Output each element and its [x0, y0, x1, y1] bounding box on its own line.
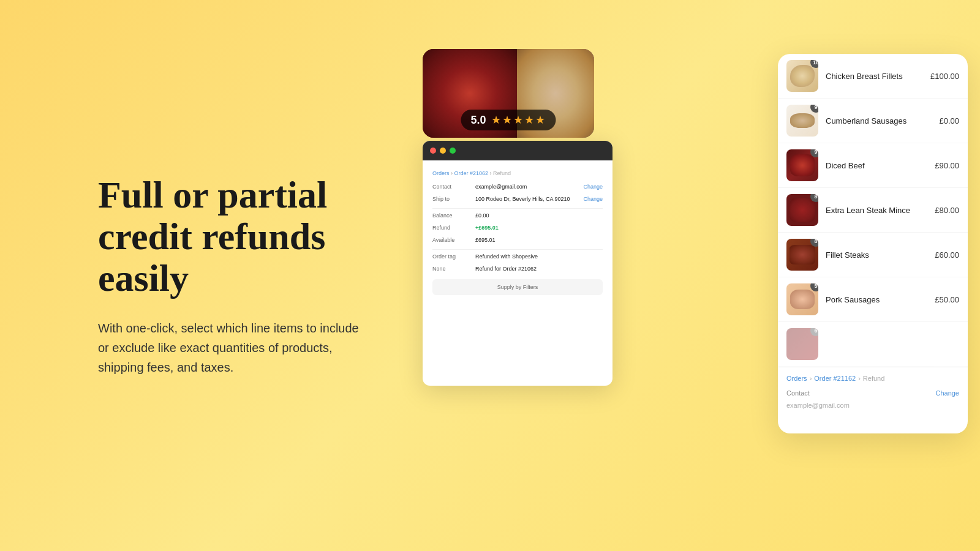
product-item-cumberland: 9 Cumberland Sausages £0.00 — [778, 99, 968, 143]
ordertag-label: Order tag — [432, 253, 475, 260]
right-section: 5.0 ★★★★★ Orders › Order #21062 › Refund… — [417, 0, 980, 551]
product-item-chicken: 10 Chicken Breast Fillets £100.00 — [778, 54, 968, 99]
ordertag-value: Refunded with Shopesive — [475, 253, 603, 260]
product-thumb-steak-mince: 8 — [786, 194, 818, 226]
browser-close-dot[interactable] — [430, 148, 436, 154]
product-thumb-extra: 6 — [786, 328, 818, 360]
form-divider-2 — [432, 249, 603, 250]
browser-content: Orders › Order #21062 › Refund Contact e… — [423, 160, 612, 305]
left-section: Full or partial credit refunds easily Wi… — [0, 125, 417, 427]
panel-contact-value: example@gmail.com — [786, 402, 850, 409]
product-item-steak-mince: 8 Extra Lean Steak Mince £80.00 — [778, 188, 968, 233]
panel-breadcrumb-orders[interactable]: Orders — [786, 375, 807, 382]
shipto-label: Ship to — [432, 196, 475, 202]
contact-change-btn[interactable]: Change — [583, 184, 603, 190]
rating-overlay: 5.0 ★★★★★ — [461, 110, 556, 130]
breadcrumb-order-link[interactable]: Order #21062 — [454, 170, 489, 176]
balance-value: £0.00 — [475, 212, 603, 219]
product-thumb-cumberland: 9 — [786, 105, 818, 137]
panel-footer: Orders › Order #21162 › Refund Contact C… — [778, 367, 968, 421]
cumberland-name: Cumberland Sausages — [826, 116, 939, 126]
browser-breadcrumb: Orders › Order #21062 › Refund — [432, 170, 603, 176]
chicken-name: Chicken Breast Fillets — [826, 72, 930, 81]
pork-price: £50.00 — [935, 295, 959, 304]
panel-contact-value-row: example@gmail.com — [786, 402, 959, 409]
browser-maximize-dot[interactable] — [450, 148, 456, 154]
product-item-extra: 6 — [778, 322, 968, 367]
rating-card-image: 5.0 ★★★★★ — [423, 49, 594, 138]
fillet-name: Fillet Steaks — [826, 250, 935, 260]
product-item-fillet: 8 Fillet Steaks £60.00 — [778, 233, 968, 277]
form-row-note: None Refund for Order #21062 — [432, 266, 603, 272]
shipto-change-btn[interactable]: Change — [583, 196, 603, 202]
product-item-pork: 5 Pork Sausages £50.00 — [778, 277, 968, 322]
rating-card: 5.0 ★★★★★ — [423, 49, 594, 138]
contact-value: example@gmail.com — [475, 184, 583, 190]
diced-beef-price: £90.00 — [935, 161, 959, 170]
chevron-right-icon: › — [810, 375, 812, 382]
note-value: Refund for Order #21062 — [475, 266, 603, 272]
refund-value: +£695.01 — [475, 225, 603, 231]
product-thumb-pork: 5 — [786, 283, 818, 315]
form-row-contact: Contact example@gmail.com Change — [432, 184, 603, 190]
browser-window: Orders › Order #21062 › Refund Contact e… — [423, 141, 612, 386]
browser-bar — [423, 141, 612, 160]
page-description: With one-click, select which line items … — [98, 318, 368, 377]
product-thumb-fillet: 8 — [786, 239, 818, 271]
pork-name: Pork Sausages — [826, 295, 935, 304]
diced-beef-name: Diced Beef — [826, 161, 935, 170]
steak-mince-price: £80.00 — [935, 206, 959, 215]
panel-contact-row: Contact Change — [786, 389, 959, 397]
rating-score: 5.0 — [470, 114, 486, 127]
panel-contact-change[interactable]: Change — [935, 389, 959, 397]
balance-label: Balance — [432, 212, 475, 219]
note-label: None — [432, 266, 475, 272]
available-label: Available — [432, 237, 475, 243]
refund-label: Refund — [432, 225, 475, 231]
form-row-refund: Refund +£695.01 — [432, 225, 603, 231]
available-value: £695.01 — [475, 237, 603, 243]
form-row-shipto: Ship to 100 Rodeo Dr, Beverly Hills, CA … — [432, 196, 603, 202]
form-divider-1 — [432, 208, 603, 209]
products-panel: 10 Chicken Breast Fillets £100.00 9 Cumb… — [778, 54, 968, 433]
product-item-diced-beef: 9 Diced Beef £90.00 — [778, 143, 968, 188]
cumberland-price: £0.00 — [939, 116, 959, 126]
breadcrumb-orders-link[interactable]: Orders — [432, 170, 450, 176]
form-row-ordertag: Order tag Refunded with Shopesive — [432, 253, 603, 260]
chevron-right-icon-2: › — [858, 375, 861, 382]
contact-label: Contact — [432, 184, 475, 190]
supply-filter-button[interactable]: Supply by Filters — [432, 279, 603, 295]
form-row-available: Available £695.01 — [432, 237, 603, 243]
browser-minimize-dot[interactable] — [440, 148, 446, 154]
panel-breadcrumb-current: Refund — [863, 375, 884, 382]
panel-breadcrumb-order[interactable]: Order #21162 — [814, 375, 856, 382]
fillet-price: £60.00 — [935, 250, 959, 260]
form-row-balance: Balance £0.00 — [432, 212, 603, 219]
chicken-price: £100.00 — [930, 72, 959, 81]
shipto-value: 100 Rodeo Dr, Beverly Hills, CA 90210 — [475, 196, 583, 202]
steak-mince-name: Extra Lean Steak Mince — [826, 206, 935, 215]
product-thumb-chicken: 10 — [786, 60, 818, 92]
breadcrumb-current: Refund — [493, 170, 511, 176]
page-headline: Full or partial credit refunds easily — [98, 174, 368, 299]
panel-breadcrumb: Orders › Order #21162 › Refund — [786, 375, 959, 382]
panel-contact-label: Contact — [786, 389, 810, 397]
rating-stars: ★★★★★ — [491, 113, 546, 127]
product-thumb-diced-beef: 9 — [786, 149, 818, 181]
